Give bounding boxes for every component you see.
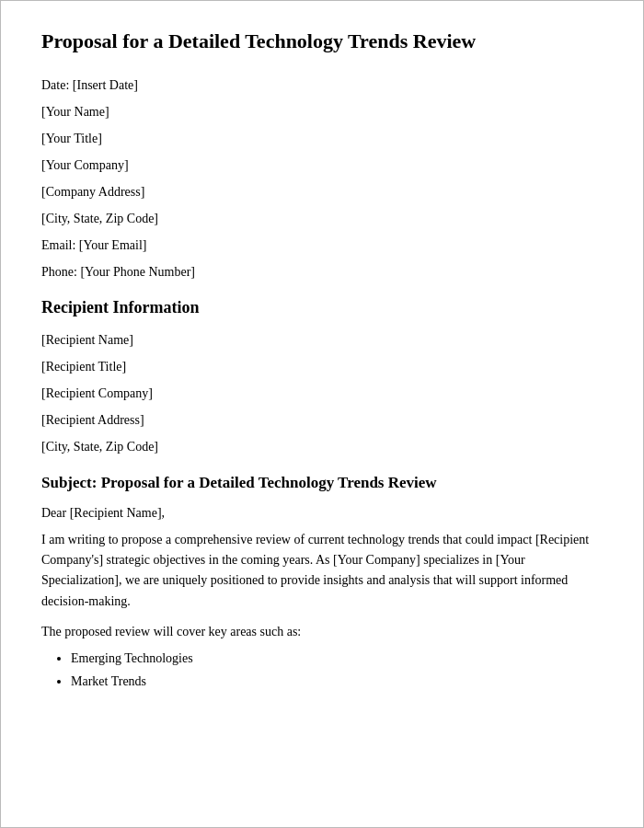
body-paragraph-1: I am writing to propose a comprehensive … [41,530,603,613]
list-item: Market Trends [71,670,603,693]
subject-heading: Subject: Proposal for a Detailed Technol… [41,473,603,493]
recipient-company: [Recipient Company] [41,384,603,403]
sender-title: [Your Title] [41,129,603,148]
bullet-list: Emerging Technologies Market Trends [71,647,603,693]
sender-company: [Your Company] [41,155,603,175]
sender-email: Email: [Your Email] [41,236,603,255]
list-item: Emerging Technologies [71,647,603,670]
salutation: Dear [Recipient Name], [41,506,603,521]
recipient-name: [Recipient Name] [41,330,603,350]
sender-address: [Company Address] [41,182,603,201]
recipient-block: [Recipient Name] [Recipient Title] [Reci… [41,330,603,456]
recipient-address: [Recipient Address] [41,410,603,430]
sender-city: [City, State, Zip Code] [41,209,603,228]
sender-date: Date: [Insert Date] [41,75,603,95]
sender-phone: Phone: [Your Phone Number] [41,262,603,282]
list-intro: The proposed review will cover key areas… [41,625,603,639]
recipient-city: [City, State, Zip Code] [41,437,603,456]
recipient-title: [Recipient Title] [41,357,603,376]
document-page: Proposal for a Detailed Technology Trend… [0,0,644,828]
sender-name: [Your Name] [41,102,603,121]
document-title: Proposal for a Detailed Technology Trend… [41,29,603,55]
sender-block: Date: [Insert Date] [Your Name] [Your Ti… [41,75,603,282]
recipient-section-heading: Recipient Information [41,298,603,317]
